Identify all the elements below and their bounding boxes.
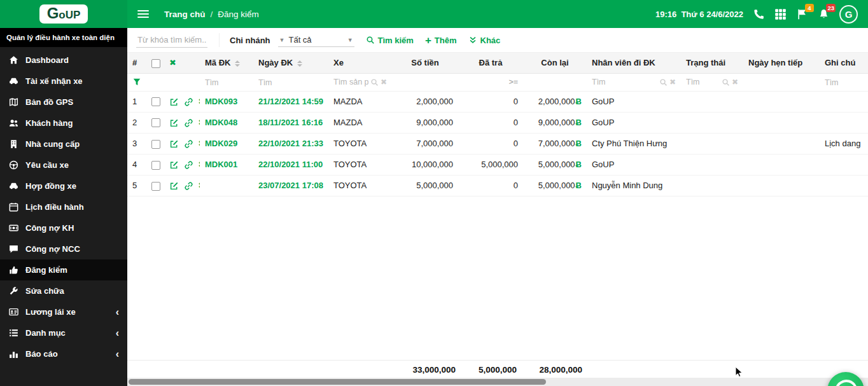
filter-nhan-vien-input[interactable] (592, 76, 657, 88)
registration-code-link[interactable]: MDK048 (200, 112, 253, 133)
other-button[interactable]: Khác (468, 36, 501, 45)
registration-code-link[interactable]: MDK001 (200, 154, 253, 175)
sidebar-item-khach-hang[interactable]: Khách hàng ‹ (0, 113, 127, 134)
delete-icon[interactable]: ✖ (198, 181, 200, 190)
registration-code-link[interactable]: MDK093 (200, 91, 253, 112)
sidebar-item-hop-dong-xe[interactable]: Hợp đồng xe ‹ (0, 176, 127, 196)
registration-date-link[interactable]: 22/10/2021 21:33 (253, 133, 328, 154)
phone-icon[interactable] (753, 8, 765, 20)
add-button[interactable]: + Thêm (425, 35, 457, 46)
col-ngay-dk[interactable]: Ngày ĐK (253, 53, 328, 73)
clear-selection-icon[interactable]: ✖ (169, 58, 176, 67)
keyword-search-input[interactable] (136, 32, 207, 48)
link-icon[interactable] (184, 181, 193, 191)
filter-xe-input[interactable] (333, 76, 368, 88)
sidebar-item-cong-no-kh[interactable]: Công nợ KH ‹ (0, 217, 127, 238)
filter-ghi-chu-input[interactable] (825, 77, 868, 88)
bell-icon[interactable]: 23 (818, 8, 830, 20)
note-cell (820, 154, 868, 175)
registration-date-link[interactable]: 22/10/2021 11:00 (253, 154, 328, 175)
sidebar-item-danh-muc[interactable]: Danh mục ‹ (0, 322, 127, 343)
breadcrumb-home-link[interactable]: Trang chủ (164, 10, 206, 19)
sidebar-item-nha-cung-cap[interactable]: Nhà cung cấp ‹ (0, 134, 127, 155)
app-logo[interactable]: GoUP (39, 4, 88, 24)
filter-ngay-dk-input[interactable] (258, 77, 323, 88)
table-row[interactable]: 3 ✖ MDK029 22/10/2021 21:33 TOYOTA 7,000… (127, 133, 868, 154)
avatar[interactable]: G (839, 5, 858, 24)
filter-funnel-icon[interactable] (132, 78, 141, 86)
search-icon[interactable] (722, 78, 730, 86)
row-checkbox[interactable] (151, 118, 160, 127)
car-icon (8, 76, 19, 86)
row-checkbox[interactable] (151, 161, 160, 170)
registration-date-link[interactable]: 18/11/2021 16:16 (253, 112, 328, 133)
filter-ma-dk-input[interactable] (205, 77, 248, 88)
registration-code-link[interactable] (200, 175, 253, 196)
table-row[interactable]: 4 ✖ MDK001 22/10/2021 11:00 TOYOTA 10,00… (127, 154, 868, 175)
flag-icon[interactable]: 4 (796, 8, 808, 20)
table-filter-row: ✖ >= ✖ (127, 73, 868, 91)
row-checkbox[interactable] (151, 140, 160, 149)
edit-icon[interactable] (169, 97, 179, 107)
link-icon[interactable] (184, 160, 193, 170)
top-bar: GoUP Trang chủ / Đăng kiểm 19:16 Thứ 6 2… (0, 0, 868, 28)
select-all-checkbox[interactable] (151, 59, 160, 68)
status-cell (681, 112, 743, 133)
filter-trang-thai-input[interactable] (686, 76, 720, 88)
delete-icon[interactable]: ✖ (198, 97, 200, 106)
sidebar-item-tai-xe-nhan-xe[interactable]: Tài xế nhận xe ‹ (0, 71, 127, 92)
table-row[interactable]: 1 ✖ MDK093 21/12/2021 14:59 MAZDA 2,000,… (127, 91, 868, 112)
delete-icon[interactable]: ✖ (198, 160, 200, 169)
vehicle-cell: MAZDA (328, 91, 392, 112)
next-date-cell (743, 154, 820, 175)
sidebar-item-ban-do-gps[interactable]: Bản đồ GPS ‹ (0, 92, 127, 113)
registration-date-link[interactable]: 21/12/2021 14:59 (253, 91, 328, 112)
link-icon[interactable] (184, 118, 193, 128)
delete-icon[interactable]: ✖ (198, 139, 200, 148)
row-checkbox[interactable] (151, 97, 160, 106)
table-row[interactable]: 2 ✖ MDK048 18/11/2021 16:16 MAZDA 9,000,… (127, 112, 868, 133)
sort-icon[interactable] (235, 60, 240, 67)
branch-select[interactable]: ▼ Tất cả ▼ (278, 33, 354, 47)
edit-icon[interactable] (169, 118, 179, 128)
amount-cell: 10,000,000 (392, 154, 458, 175)
scrollbar-thumb[interactable] (129, 379, 546, 385)
apps-grid-icon[interactable] (774, 8, 787, 20)
sidebar-item-label: Công nợ KH (25, 223, 74, 233)
sidebar-item-dang-kiem[interactable]: Đăng kiểm ‹ (0, 259, 127, 280)
remaining-cell: 5,000,000Ƀ (523, 154, 587, 175)
link-icon[interactable] (184, 139, 193, 149)
registration-date-link[interactable]: 23/07/2021 17:08 (253, 175, 328, 196)
edit-icon[interactable] (169, 160, 179, 170)
registration-code-link[interactable]: MDK029 (200, 133, 253, 154)
sidebar-item-bao-cao[interactable]: Báo cáo ‹ (0, 343, 127, 364)
table-row[interactable]: 5 ✖ 23/07/2021 17:08 TOYOTA 5,000,000 0 … (127, 175, 868, 196)
clear-filter-icon[interactable]: ✖ (381, 78, 387, 86)
row-checkbox[interactable] (151, 182, 160, 191)
sidebar-item-sua-chua[interactable]: Sửa chữa ‹ (0, 280, 127, 301)
sidebar-item-dashboard[interactable]: Dashboard ‹ (0, 50, 127, 71)
sidebar-item-yeu-cau-xe[interactable]: Yêu cầu xe ‹ (0, 155, 127, 176)
clear-filter-icon[interactable]: ✖ (732, 78, 738, 86)
note-cell (820, 91, 868, 112)
note-cell (820, 175, 868, 196)
menu-toggle-icon[interactable] (137, 10, 149, 18)
filter-da-tra-operator[interactable]: >= (463, 78, 518, 86)
sidebar-item-luong-lai-xe[interactable]: Lương lái xe ‹ (0, 301, 127, 322)
edit-icon[interactable] (169, 181, 179, 191)
search-icon[interactable] (659, 78, 668, 86)
sidebar-item-cong-no-ncc[interactable]: Công nợ NCC ‹ (0, 238, 127, 259)
link-icon[interactable] (184, 97, 193, 107)
search-button[interactable]: Tìm kiếm (366, 36, 414, 45)
horizontal-scrollbar[interactable] (127, 378, 868, 386)
id-card-icon (8, 307, 19, 317)
edit-icon[interactable] (169, 139, 179, 149)
search-icon[interactable] (370, 78, 379, 86)
double-chevron-down-icon (468, 36, 477, 45)
col-so-tien: Số tiền (392, 53, 458, 73)
clear-filter-icon[interactable]: ✖ (669, 78, 676, 86)
sort-icon[interactable] (297, 60, 302, 67)
sidebar-item-lich-dieu-hanh[interactable]: Lịch điều hành ‹ (0, 196, 127, 217)
delete-icon[interactable]: ✖ (198, 118, 200, 127)
col-ma-dk[interactable]: Mã ĐK (200, 53, 253, 73)
